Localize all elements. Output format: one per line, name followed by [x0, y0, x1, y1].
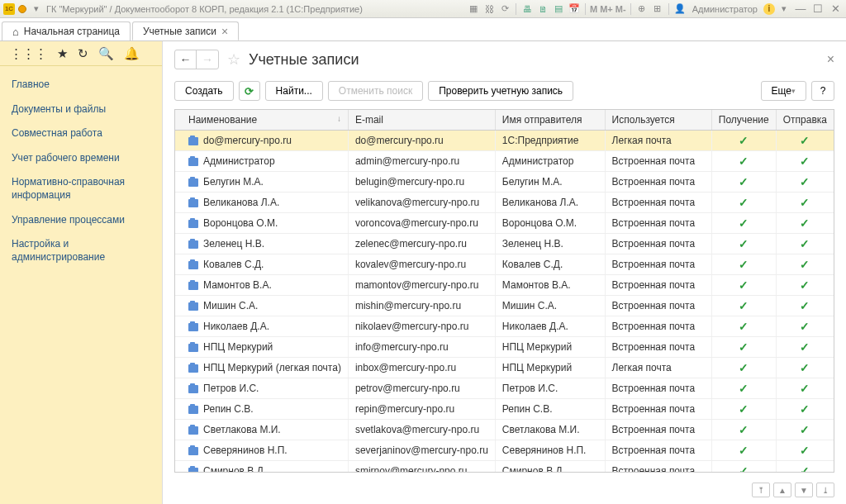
col-sender[interactable]: Имя отправителя	[495, 110, 605, 131]
table-row[interactable]: НПЦ Меркурийinfo@mercury-npo.ruНПЦ Мерку…	[175, 337, 834, 358]
table-row[interactable]: Северянинов Н.П.severjaninov@mercury-npo…	[175, 440, 834, 461]
minimize-button[interactable]: —	[793, 2, 808, 16]
info-dropdown[interactable]: ▾	[777, 2, 791, 16]
table-row[interactable]: Николаев Д.А.nikolaev@mercury-npo.ruНико…	[175, 316, 834, 337]
cell-used: Легкая почта	[605, 358, 711, 378]
nav-back-button[interactable]: ←	[175, 50, 197, 69]
check-icon: ✓	[783, 155, 827, 168]
cell-receive: ✓	[711, 172, 776, 193]
scroll-up-button[interactable]: ▲	[773, 483, 791, 497]
close-window-button[interactable]: ✕	[828, 2, 843, 16]
col-name[interactable]: Наименование↓	[175, 110, 348, 131]
col-used[interactable]: Используется	[605, 110, 711, 131]
search-sidebar-icon[interactable]: 🔍	[98, 46, 114, 61]
favorites-icon[interactable]: ★	[57, 46, 68, 61]
sidebar-item-4[interactable]: Нормативно-справочная информация	[0, 170, 162, 207]
col-receive[interactable]: Получение	[711, 110, 776, 131]
table-row[interactable]: Белугин М.А.belugin@mercury-npo.ruБелуги…	[175, 172, 834, 193]
sidebar-item-1[interactable]: Документы и файлы	[0, 97, 162, 122]
table-row[interactable]: Смирнов В.Д.smirnov@mercury-npo.ruСмирно…	[175, 461, 834, 473]
tab-close-icon[interactable]: ×	[221, 25, 228, 38]
cell-send: ✓	[776, 275, 834, 296]
scroll-top-button[interactable]: ⤒	[752, 483, 770, 497]
maximize-button[interactable]: ☐	[810, 2, 825, 16]
table-row[interactable]: Зеленец Н.В.zelenec@mercury-npo.ruЗелене…	[175, 234, 834, 254]
tab-home[interactable]: ⌂ Начальная страница	[2, 21, 131, 40]
sidebar-item-5[interactable]: Управление процессами	[0, 208, 162, 233]
sidebar-item-3[interactable]: Учет рабочего времени	[0, 146, 162, 171]
find-button[interactable]: Найти...	[265, 81, 323, 101]
cell-name: НПЦ Меркурий	[203, 341, 273, 353]
table-row[interactable]: Светлакова М.И.svetlakova@mercury-npo.ru…	[175, 420, 834, 440]
history-icon[interactable]: ↻	[78, 46, 88, 61]
table-row[interactable]: Петров И.С.petrov@mercury-npo.ruПетров И…	[175, 378, 834, 399]
table-row[interactable]: Мамонтов В.А.mamontov@mercury-npo.ruМамо…	[175, 275, 834, 296]
cell-name: Репин С.В.	[203, 403, 254, 415]
dropdown-icon[interactable]: ▾	[30, 2, 43, 16]
m-icon[interactable]: M	[590, 4, 597, 14]
create-button[interactable]: Создать	[174, 81, 234, 101]
cancel-search-button[interactable]: Отменить поиск	[328, 81, 423, 101]
calc-icon[interactable]: ▤	[552, 2, 565, 16]
cell-sender: Зеленец Н.В.	[495, 234, 605, 254]
cell-email: voroncova@mercury-npo.ru	[348, 213, 495, 234]
doc-icon[interactable]: 🗎	[536, 2, 549, 16]
more-button[interactable]: Еще	[761, 81, 806, 101]
check-icon: ✓	[719, 382, 769, 395]
nav-forward-button[interactable]: →	[197, 50, 218, 69]
reload-icon[interactable]: ⟳	[498, 2, 511, 16]
cell-sender: Светлакова М.И.	[495, 420, 605, 440]
cell-name: Ковалев С.Д.	[203, 259, 264, 270]
account-icon	[188, 282, 198, 290]
table-row[interactable]: Воронцова О.М.voroncova@mercury-npo.ruВо…	[175, 213, 834, 234]
check-icon: ✓	[719, 196, 769, 209]
table-row[interactable]: Ковалев С.Д.kovalev@mercury-npo.ruКовале…	[175, 254, 834, 275]
close-page-button[interactable]: ×	[827, 52, 834, 67]
grid-icon[interactable]: ▦	[467, 2, 480, 16]
table-row[interactable]: Администраторadmin@mercury-npo.ruАдминис…	[175, 151, 834, 172]
cell-receive: ✓	[711, 461, 776, 473]
prefs-icon[interactable]: ⊞	[651, 2, 664, 16]
cell-sender: 1С:Предприятие	[495, 131, 605, 151]
cell-name: Светлакова М.И.	[203, 424, 281, 435]
menu-icon[interactable]: ⋮⋮⋮	[10, 46, 47, 61]
col-email[interactable]: E-mail	[348, 110, 495, 131]
cell-name: Белугин М.А.	[203, 176, 264, 188]
scroll-down-button[interactable]: ▼	[795, 483, 813, 497]
search-icon[interactable]: ⊕	[635, 2, 649, 16]
cell-used: Встроенная почта	[605, 461, 711, 473]
check-icon: ✓	[783, 299, 827, 312]
cell-sender: Мамонтов В.А.	[495, 275, 605, 296]
star-icon[interactable]: ☆	[227, 50, 240, 69]
col-send[interactable]: Отправка	[776, 110, 834, 131]
table-row[interactable]: Великанова Л.А.velikanova@mercury-npo.ru…	[175, 193, 834, 213]
sidebar-item-6[interactable]: Настройка и администрирование	[0, 232, 162, 269]
table-row[interactable]: Репин С.В.repin@mercury-npo.ruРепин С.В.…	[175, 399, 834, 420]
account-icon	[188, 426, 198, 435]
table-row[interactable]: НПЦ Меркурий (легкая почта)inbox@mercury…	[175, 358, 834, 378]
cell-sender: Администратор	[495, 151, 605, 172]
cell-name: НПЦ Меркурий (легкая почта)	[203, 362, 341, 373]
sidebar-item-2[interactable]: Совместная работа	[0, 121, 162, 146]
cell-email: nikolaev@mercury-npo.ru	[348, 316, 495, 337]
link-icon[interactable]: ⛓	[482, 2, 496, 16]
bell-icon[interactable]: 🔔	[124, 46, 140, 61]
verify-button[interactable]: Проверить учетную запись	[428, 81, 573, 101]
table-row[interactable]: do@mercury-npo.rudo@mercury-npo.ru1С:Пре…	[175, 131, 834, 151]
tab-home-label: Начальная страница	[24, 26, 120, 37]
cell-used: Встроенная почта	[605, 440, 711, 461]
info-icon[interactable]: i	[763, 3, 775, 15]
cell-send: ✓	[776, 296, 834, 316]
calendar-icon[interactable]: 📅	[568, 2, 581, 16]
m-minus-icon[interactable]: M-	[615, 4, 626, 14]
print-icon[interactable]: 🖶	[520, 2, 534, 16]
check-icon: ✓	[719, 402, 769, 416]
scroll-bottom-button[interactable]: ⤓	[816, 483, 834, 497]
refresh-button[interactable]: ⟳	[239, 81, 260, 101]
sidebar-item-0[interactable]: Главное	[0, 73, 162, 97]
help-button[interactable]: ?	[811, 81, 834, 101]
m-plus-icon[interactable]: M+	[600, 4, 613, 14]
tab-accounts[interactable]: Учетные записи ×	[132, 21, 239, 40]
toolbar: Создать ⟳ Найти... Отменить поиск Провер…	[163, 78, 846, 109]
table-row[interactable]: Мишин С.А.mishin@mercury-npo.ruМишин С.А…	[175, 296, 834, 316]
